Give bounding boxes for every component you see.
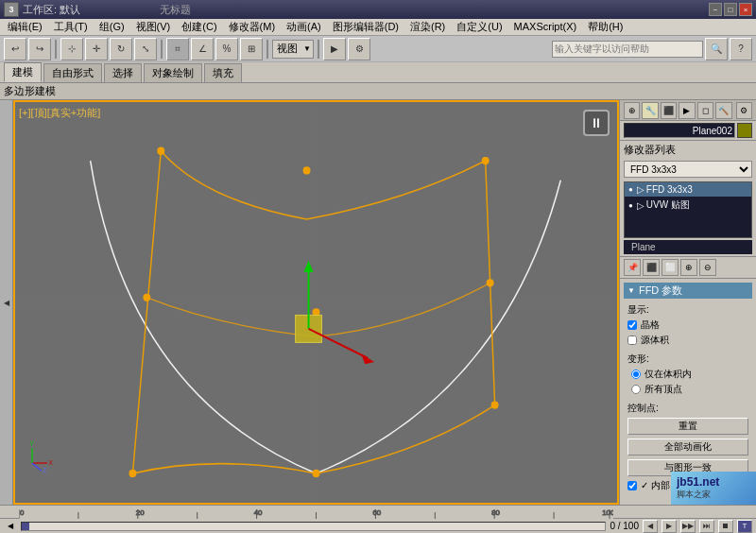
pause-button[interactable]: ⏸ — [583, 110, 610, 136]
redo-button[interactable]: ↪ — [28, 38, 51, 60]
only-in-volume-row: 仅在体积内 — [624, 367, 752, 382]
timeline-expand-btn[interactable]: ◀ — [4, 522, 17, 530]
only-in-volume-radio[interactable] — [631, 370, 641, 379]
help-search-input[interactable] — [552, 41, 703, 58]
tab-自由形式[interactable]: 自由形式 — [43, 63, 102, 82]
timeline-next-btn[interactable]: ▶▶ — [680, 520, 696, 533]
timeline-key-btn[interactable]: ⏹ — [718, 520, 733, 533]
tab-选择[interactable]: 选择 — [104, 63, 142, 82]
menu-item[interactable]: 工具(T) — [48, 20, 94, 33]
create-icon-btn[interactable]: ⊕ — [624, 102, 640, 119]
close-button[interactable]: × — [739, 3, 752, 16]
minimize-button[interactable]: − — [709, 3, 722, 16]
tab-对象绘制[interactable]: 对象绘制 — [144, 63, 202, 82]
viewport-label: [+][顶][真实+功能] — [19, 106, 100, 120]
spinner-snap-button[interactable]: ⊞ — [240, 38, 263, 60]
snap-button[interactable]: ⌗ — [166, 38, 189, 60]
select-button[interactable]: ⊹ — [60, 38, 83, 60]
app-title: 无标题 — [160, 3, 191, 17]
all-vertices-radio[interactable] — [631, 385, 641, 394]
source-volume-checkbox[interactable] — [627, 335, 637, 345]
display-row: 显示: — [624, 302, 752, 318]
collapse-arrow[interactable]: ▼ — [627, 286, 635, 295]
viewport[interactable]: [+][顶][真实+功能] ⏸ — [13, 100, 619, 505]
maximize-button[interactable]: □ — [724, 3, 737, 16]
menu-item[interactable]: 视图(V) — [130, 20, 177, 33]
timeline-play-btn[interactable]: ▶ — [662, 520, 677, 533]
angle-snap-button[interactable]: ∠ — [191, 38, 214, 60]
timeline-thumb[interactable] — [22, 523, 29, 530]
uvw-expand[interactable]: ▷ — [637, 200, 644, 211]
menu-item[interactable]: 修改器(M) — [223, 20, 282, 33]
menu-item[interactable]: 自定义(U) — [451, 20, 507, 33]
right-panel-toolbar: ⊕ 🔧 ⬛ ▶ ◻ 🔨 ⚙ — [620, 100, 756, 121]
motion-icon-btn[interactable]: ▶ — [679, 102, 695, 119]
modifier-item-uvw[interactable]: ● ▷ UVW 贴图 — [625, 197, 751, 214]
display-icon-btn[interactable]: ◻ — [697, 102, 713, 119]
object-color-swatch[interactable] — [737, 123, 752, 138]
rp-more4[interactable]: ⊖ — [699, 259, 716, 276]
tab-建模[interactable]: 建模 — [4, 62, 42, 82]
modifier-dropdown[interactable]: FFD 3x3x3 Bend Twist — [624, 161, 752, 178]
timeline-slider[interactable] — [21, 522, 606, 531]
pin-btn[interactable]: 📌 — [624, 259, 641, 276]
rotate-button[interactable]: ↻ — [110, 38, 132, 60]
move-button[interactable]: ✛ — [85, 38, 108, 60]
menu-item[interactable]: 组(G) — [94, 20, 130, 33]
viewport-dropdown[interactable]: 视图 ▼ — [272, 40, 314, 59]
percent-snap-button[interactable]: % — [215, 38, 238, 60]
reset-button[interactable]: 重置 — [627, 418, 748, 435]
left-expand-button[interactable]: ◀ — [0, 100, 13, 505]
render-setup-btn[interactable]: ⚙ — [348, 38, 370, 60]
svg-marker-17 — [361, 354, 374, 364]
uvw-label: UVW 贴图 — [646, 198, 690, 212]
ffd-expand[interactable]: ▷ — [637, 184, 644, 195]
ffd-label: FFD 3x3x3 — [646, 184, 693, 195]
help-search-button[interactable]: 🔍 — [705, 38, 728, 60]
timeline-end-btn[interactable]: ⏭ — [699, 520, 714, 533]
menu-item[interactable]: 渲染(R) — [404, 20, 451, 33]
sub-tab-bar: 多边形建模 — [0, 83, 756, 100]
rp-settings-btn[interactable]: ⚙ — [736, 102, 752, 119]
app-logo: 3 — [4, 2, 19, 17]
lattice-checkbox[interactable] — [627, 320, 637, 330]
modify-icon-btn[interactable]: 🔧 — [642, 102, 658, 119]
render-btn[interactable]: ▶ — [323, 38, 346, 60]
timeline-prev-btn[interactable]: ◀ — [643, 520, 658, 533]
rp-more1[interactable]: ⬛ — [643, 259, 660, 276]
timeline-position: 0 / 100 — [610, 521, 639, 531]
utilities-icon-btn[interactable]: 🔨 — [715, 102, 731, 119]
ruler-svg: 0 20 40 60 80 100 — [19, 506, 613, 519]
svg-line-2 — [132, 151, 161, 473]
svg-point-6 — [482, 157, 490, 164]
svg-point-7 — [143, 294, 150, 301]
animate-all-button[interactable]: 全部动画化 — [627, 438, 748, 456]
control-points-row: 控制点: — [624, 401, 752, 416]
rp-more3[interactable]: ⊕ — [680, 259, 697, 276]
menu-item[interactable]: 编辑(E) — [2, 20, 48, 33]
menu-item[interactable]: MAXScript(X) — [508, 20, 583, 33]
modifier-item-ffd[interactable]: ● ▷ FFD 3x3x3 — [625, 182, 751, 197]
help-button[interactable]: ? — [730, 38, 752, 60]
timeline-mode-btn[interactable]: T — [737, 520, 752, 533]
scale-button[interactable]: ⤡ — [134, 38, 157, 60]
menu-item[interactable]: 帮助(H) — [582, 20, 628, 33]
rp-extra-toolbar: 📌 ⬛ ⬜ ⊕ ⊖ — [620, 256, 756, 279]
hierarchy-icon-btn[interactable]: ⬛ — [661, 102, 677, 119]
inside-pts-checkbox[interactable] — [627, 481, 637, 490]
ffd-icon: ● — [628, 185, 633, 194]
object-name-input[interactable] — [624, 123, 735, 138]
menu-item[interactable]: 图形编辑器(D) — [327, 20, 404, 33]
menu-item[interactable]: 动画(A) — [281, 20, 327, 33]
deform-row: 变形: — [624, 352, 752, 367]
svg-point-12 — [491, 401, 499, 408]
menu-item[interactable]: 创建(C) — [176, 20, 222, 33]
modifier-stack-label: 修改器列表 — [620, 141, 756, 159]
tab-填充[interactable]: 填充 — [204, 63, 242, 82]
svg-text:Y: Y — [30, 440, 35, 447]
undo-button[interactable]: ↩ — [4, 38, 26, 60]
rp-more2[interactable]: ⬜ — [662, 259, 679, 276]
lattice-label: 晶格 — [641, 318, 660, 332]
title-bar: 3 工作区: 默认 无标题 − □ × — [0, 0, 756, 19]
ffd-section-label: FFD 参数 — [639, 284, 682, 298]
